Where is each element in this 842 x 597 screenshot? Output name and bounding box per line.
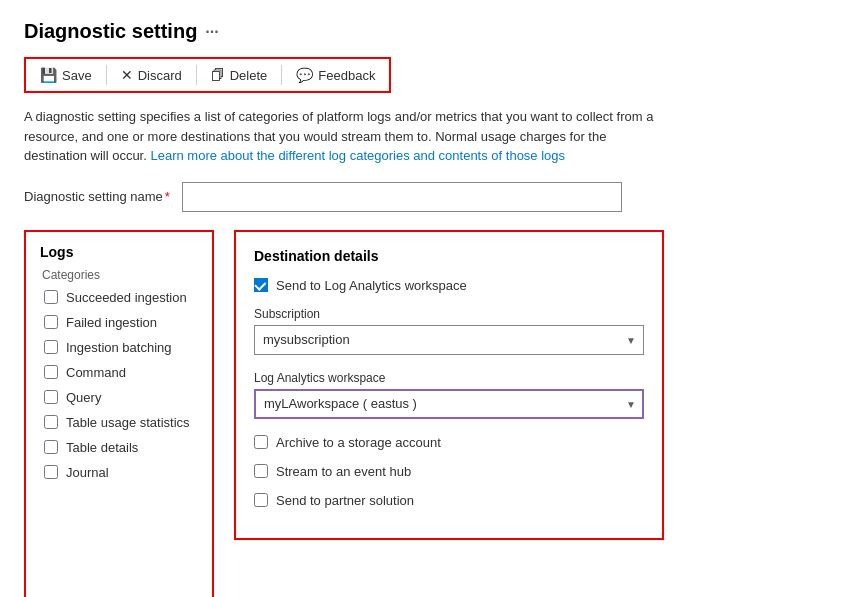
subscription-select-wrapper: mysubscription ▼ <box>254 325 644 355</box>
destination-panel-title: Destination details <box>254 248 644 264</box>
toolbar: 💾 Save ✕ Discard 🗍 Delete 💬 Feedback <box>24 57 391 93</box>
send-la-row: Send to Log Analytics workspace <box>254 278 644 293</box>
delete-icon: 🗍 <box>211 67 225 83</box>
save-button[interactable]: 💾 Save <box>32 63 100 87</box>
feedback-button[interactable]: 💬 Feedback <box>288 63 383 87</box>
destination-panel: Destination details Send to Log Analytic… <box>234 230 664 540</box>
log-category-checkbox-succeeded_ingestion[interactable] <box>44 290 58 304</box>
partner-checkbox[interactable] <box>254 493 268 507</box>
log-category-checkbox-failed_ingestion[interactable] <box>44 315 58 329</box>
la-workspace-row: Log Analytics workspace myLAworkspace ( … <box>254 371 644 419</box>
subscription-select[interactable]: mysubscription <box>254 325 644 355</box>
page-title-container: Diagnostic setting ··· <box>24 20 818 43</box>
required-marker: * <box>165 189 170 204</box>
partner-label: Send to partner solution <box>276 493 414 508</box>
log-category-label-failed_ingestion: Failed ingestion <box>66 315 157 330</box>
log-category-checkbox-query[interactable] <box>44 390 58 404</box>
archive-row: Archive to a storage account <box>254 435 644 450</box>
log-category-label-journal: Journal <box>66 465 109 480</box>
diagnostic-name-input[interactable] <box>182 182 622 212</box>
log-category-item: Ingestion batching <box>44 340 198 355</box>
la-workspace-select-wrapper: myLAworkspace ( eastus ) ▼ <box>254 389 644 419</box>
partner-row: Send to partner solution <box>254 493 644 508</box>
logs-panel: Logs Categories Succeeded ingestion Fail… <box>24 230 214 598</box>
ellipsis-menu[interactable]: ··· <box>205 23 218 41</box>
log-category-label-ingestion_batching: Ingestion batching <box>66 340 172 355</box>
main-content: Logs Categories Succeeded ingestion Fail… <box>24 230 818 598</box>
log-category-label-command: Command <box>66 365 126 380</box>
discard-button[interactable]: ✕ Discard <box>113 63 190 87</box>
log-category-item: Query <box>44 390 198 405</box>
save-icon: 💾 <box>40 67 57 83</box>
log-category-label-succeeded_ingestion: Succeeded ingestion <box>66 290 187 305</box>
logs-checkboxes: Succeeded ingestion Failed ingestion Ing… <box>40 290 198 480</box>
log-category-item: Table details <box>44 440 198 455</box>
name-field-row: Diagnostic setting name* <box>24 182 818 212</box>
log-category-checkbox-command[interactable] <box>44 365 58 379</box>
feedback-icon: 💬 <box>296 67 313 83</box>
archive-label: Archive to a storage account <box>276 435 441 450</box>
toolbar-divider-1 <box>106 65 107 85</box>
description-text: A diagnostic setting specifies a list of… <box>24 107 664 166</box>
learn-more-link[interactable]: Learn more about the different log categ… <box>150 148 565 163</box>
la-workspace-label: Log Analytics workspace <box>254 371 644 385</box>
stream-event-row: Stream to an event hub <box>254 464 644 479</box>
toolbar-divider-2 <box>196 65 197 85</box>
log-category-checkbox-ingestion_batching[interactable] <box>44 340 58 354</box>
stream-event-checkbox[interactable] <box>254 464 268 478</box>
log-category-label-table_details: Table details <box>66 440 138 455</box>
name-field-label: Diagnostic setting name* <box>24 189 170 204</box>
send-la-label: Send to Log Analytics workspace <box>276 278 467 293</box>
page-title: Diagnostic setting <box>24 20 197 43</box>
subscription-label: Subscription <box>254 307 644 321</box>
logs-categories-label: Categories <box>42 268 198 282</box>
archive-checkbox[interactable] <box>254 435 268 449</box>
la-workspace-select[interactable]: myLAworkspace ( eastus ) <box>254 389 644 419</box>
log-category-checkbox-journal[interactable] <box>44 465 58 479</box>
log-category-checkbox-table_details[interactable] <box>44 440 58 454</box>
delete-button[interactable]: 🗍 Delete <box>203 63 276 87</box>
toolbar-divider-3 <box>281 65 282 85</box>
stream-event-label: Stream to an event hub <box>276 464 411 479</box>
logs-panel-title: Logs <box>40 244 198 260</box>
log-category-label-table_usage_statistics: Table usage statistics <box>66 415 190 430</box>
log-category-label-query: Query <box>66 390 101 405</box>
log-category-checkbox-table_usage_statistics[interactable] <box>44 415 58 429</box>
log-category-item: Command <box>44 365 198 380</box>
log-category-item: Failed ingestion <box>44 315 198 330</box>
discard-icon: ✕ <box>121 67 133 83</box>
log-category-item: Table usage statistics <box>44 415 198 430</box>
log-category-item: Succeeded ingestion <box>44 290 198 305</box>
log-category-item: Journal <box>44 465 198 480</box>
subscription-row: Subscription mysubscription ▼ <box>254 307 644 355</box>
send-la-checkbox-checked[interactable] <box>254 278 268 292</box>
